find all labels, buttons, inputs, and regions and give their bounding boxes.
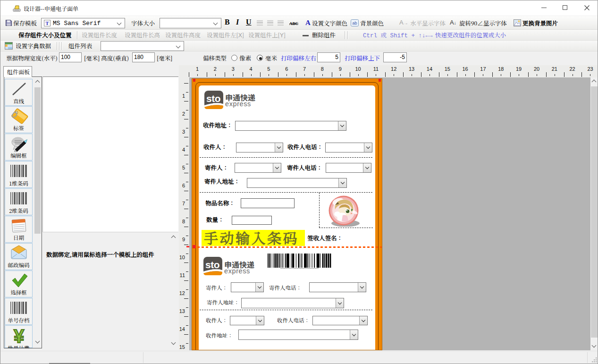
svg-text:ab: ab bbox=[352, 21, 357, 25]
svg-text:T: T bbox=[45, 20, 49, 26]
svg-text:¥: ¥ bbox=[13, 327, 24, 346]
